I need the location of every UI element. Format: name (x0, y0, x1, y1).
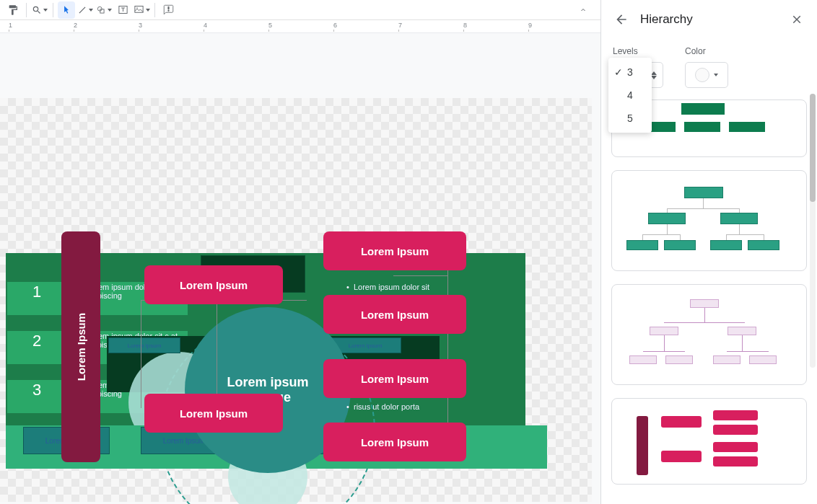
template-card[interactable] (611, 398, 807, 485)
collapse-toolbar-button[interactable] (574, 1, 592, 19)
hierarchy-box[interactable]: Lorem Ipsum (323, 423, 466, 461)
hierarchy-box[interactable]: Lorem Ipsum (323, 359, 466, 398)
row-number: 1 (32, 283, 41, 301)
image-tool[interactable] (133, 1, 150, 19)
spinner-up[interactable] (651, 71, 657, 75)
scrollbar-thumb[interactable] (810, 94, 816, 202)
row-number: 3 (32, 381, 41, 399)
template-card[interactable] (611, 284, 807, 385)
levels-option-4[interactable]: 4 (608, 84, 652, 107)
color-label: Color (685, 46, 728, 56)
levels-option-3[interactable]: 3 (608, 61, 652, 84)
line-tool[interactable] (77, 1, 94, 19)
hierarchy-sidebar: Hierarchy Levels 3 Color (600, 0, 817, 504)
svg-rect-3 (134, 6, 142, 13)
paint-format-button[interactable] (4, 1, 22, 19)
color-swatch (695, 68, 709, 82)
hierarchy-box[interactable]: Lorem Ipsum (323, 231, 466, 270)
levels-option-5[interactable]: 5 (608, 107, 652, 130)
close-button[interactable] (788, 11, 805, 28)
select-tool[interactable] (58, 1, 75, 19)
hierarchy-box[interactable]: Lorem Ipsum (323, 295, 466, 334)
hierarchy-box[interactable]: Lorem Ipsum (144, 394, 283, 433)
row-number: 2 (32, 332, 41, 350)
svg-rect-5 (167, 7, 168, 9)
textbox-tool[interactable] (114, 1, 131, 19)
small-box[interactable]: Lorem Ipsum (108, 337, 180, 353)
levels-label: Levels (613, 46, 663, 56)
slide-canvas[interactable]: 1 2 3 Lorem ipsum dolor sit c at adipisc… (0, 33, 600, 504)
toolbar (0, 0, 600, 20)
shape-tool[interactable] (95, 1, 113, 19)
svg-point-4 (136, 7, 138, 9)
hierarchy-box[interactable]: Lorem Ipsum (144, 265, 283, 304)
levels-dropdown: 3 4 5 (608, 58, 652, 133)
sidebar-title: Hierarchy (640, 12, 778, 27)
comment-button[interactable] (160, 1, 177, 19)
template-list[interactable] (601, 92, 817, 504)
hierarchy-level0-box[interactable]: Lorem Ipsum (61, 231, 100, 462)
color-picker[interactable] (685, 62, 728, 88)
zoom-button[interactable] (31, 1, 48, 19)
back-button[interactable] (613, 11, 630, 28)
template-card[interactable] (611, 170, 807, 271)
svg-point-0 (97, 6, 102, 11)
horizontal-ruler: 1 2 3 4 5 6 7 8 9 (0, 20, 600, 33)
svg-rect-1 (100, 9, 104, 12)
spinner-down[interactable] (651, 76, 657, 79)
svg-rect-6 (167, 10, 168, 11)
